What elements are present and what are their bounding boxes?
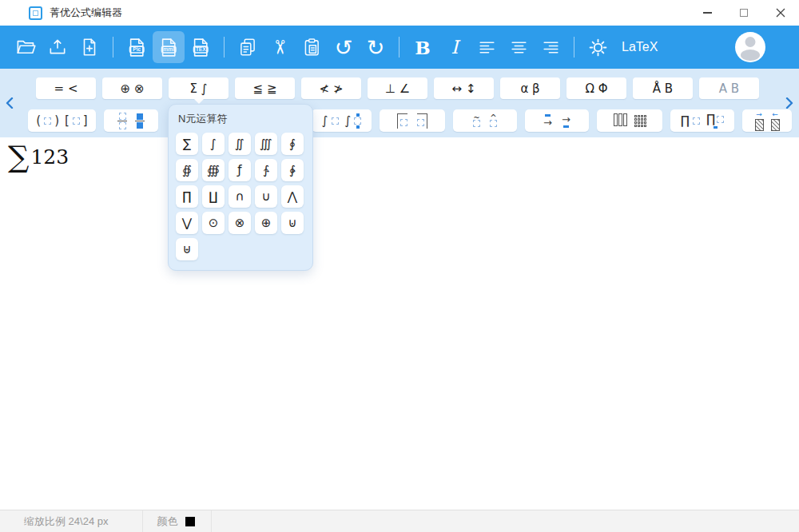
statusbar: 缩放比例 24\24 px 颜色 xyxy=(0,510,799,532)
nary-symbol-button[interactable]: ∩ xyxy=(229,185,251,208)
zoom-ratio-label: 缩放比例 24\24 px xyxy=(24,514,109,529)
gear-icon xyxy=(587,37,609,58)
latex-mode-button[interactable]: LaTeX xyxy=(622,40,658,54)
new-file-icon xyxy=(79,37,100,58)
user-avatar[interactable] xyxy=(735,32,765,62)
italic-button[interactable]: I xyxy=(439,31,471,63)
nary-symbol-button[interactable]: ⋀ xyxy=(281,185,304,208)
symbol-palette: = <⊕ ⊗Σ ∫≦ ≧≮ ≯⊥ ∠↔ ↕α βΩ ΦÅ BA B () [] … xyxy=(0,69,799,137)
svg-text:mml: mml xyxy=(163,46,174,52)
palette-category-tab[interactable]: A B xyxy=(699,77,759,99)
nary-symbol-button[interactable]: ⊙ xyxy=(202,212,225,234)
chevron-right-icon xyxy=(785,97,793,109)
palette-category-tab[interactable]: Å B xyxy=(633,77,693,99)
export-pic-button[interactable]: Pic xyxy=(121,31,153,63)
nary-symbol-button[interactable]: ∬ xyxy=(229,133,251,155)
color-label: 颜色 xyxy=(157,514,178,529)
svg-text:TEX: TEX xyxy=(195,46,206,52)
nary-symbol-button[interactable]: ∰ xyxy=(202,159,225,181)
nary-symbol-button[interactable]: ∭ xyxy=(255,133,277,155)
redo-button[interactable]: ↻ xyxy=(360,31,392,63)
palette-category-tab[interactable]: Ω Φ xyxy=(566,77,626,99)
close-button[interactable] xyxy=(762,0,799,26)
arrow-under-icon: → xyxy=(562,114,570,128)
nary-symbol-button[interactable]: ∫ xyxy=(202,133,225,155)
open-file-button[interactable] xyxy=(10,31,42,63)
window-controls xyxy=(689,0,799,26)
dashed-fraction-icon xyxy=(117,113,127,129)
nary-symbol-button[interactable]: ∮ xyxy=(281,133,304,155)
matrix-template-button[interactable] xyxy=(597,109,662,132)
align-left-icon xyxy=(477,38,497,58)
palette-category-tab[interactable]: ≦ ≧ xyxy=(235,77,295,99)
svg-text:Pic: Pic xyxy=(133,46,141,52)
nary-symbol-button[interactable]: ⋁ xyxy=(176,212,198,234)
nary-symbol-button[interactable]: ⊕ xyxy=(255,212,277,234)
space-right-icon: → xyxy=(755,111,764,131)
formula-content: ∑ 123 xyxy=(8,142,69,172)
nary-symbol-button[interactable]: ∪ xyxy=(255,185,277,208)
undo-button[interactable]: ↺ xyxy=(328,31,360,63)
palette-category-tab[interactable]: Σ ∫ xyxy=(169,77,229,99)
nary-symbol-button[interactable]: ⊗ xyxy=(229,212,251,234)
color-swatch[interactable] xyxy=(185,517,195,526)
nary-symbol-button[interactable]: ∐ xyxy=(202,185,225,208)
spacing-template-button[interactable]: → ← xyxy=(742,109,792,132)
nary-symbol-button[interactable]: ∯ xyxy=(176,159,198,181)
align-center-button[interactable] xyxy=(503,31,535,63)
product-template-button[interactable]: ∏ ∏ xyxy=(670,109,734,132)
palette-category-tab[interactable]: = < xyxy=(36,77,96,99)
maximize-icon xyxy=(740,9,748,17)
formula-operand: 123 xyxy=(30,147,69,167)
nary-symbol-button[interactable]: ∳ xyxy=(281,159,304,181)
minimize-button[interactable] xyxy=(689,0,725,26)
nary-symbol-button[interactable]: ⊍ xyxy=(281,212,304,234)
align-left-button[interactable] xyxy=(471,31,503,63)
labeled-arrow-template-button[interactable]: → → xyxy=(525,109,589,132)
avatar-body xyxy=(741,50,760,61)
export-mml-button[interactable]: mml xyxy=(153,31,185,63)
avatar-head xyxy=(745,37,756,47)
palette-category-tab[interactable]: ≮ ≯ xyxy=(301,77,361,99)
paste-button[interactable] xyxy=(296,31,328,63)
copy-icon xyxy=(237,37,258,58)
new-formula-button[interactable] xyxy=(74,31,105,63)
palette-category-tab[interactable]: ⊕ ⊗ xyxy=(102,77,162,99)
arrow-over-icon: → xyxy=(543,114,552,128)
nary-operators-panel: N元运算符 ∑∫∬∭∮∯∰ƒ∱∳∏∐∩∪⋀⋁⊙⊗⊕⊍⊎ xyxy=(168,104,313,271)
nary-symbol-button[interactable]: ∱ xyxy=(255,159,277,181)
palette-category-tab[interactable]: ⊥ ∠ xyxy=(368,77,427,99)
editor-canvas[interactable]: ∑ 123 xyxy=(0,137,799,510)
nary-symbol-button[interactable]: ⊎ xyxy=(176,238,198,260)
status-divider xyxy=(211,510,212,532)
upload-icon xyxy=(47,37,68,58)
chevron-left-icon xyxy=(6,97,14,109)
palette-category-tab[interactable]: ↔ ↕ xyxy=(434,77,494,99)
bold-button[interactable]: B xyxy=(407,31,439,63)
radical-template-button[interactable] xyxy=(380,109,445,132)
nary-symbol-button[interactable]: ∑ xyxy=(176,133,198,155)
brackets-template-button[interactable]: () [] xyxy=(28,109,96,132)
fraction-template-button[interactable] xyxy=(104,109,158,132)
settings-button[interactable] xyxy=(582,31,614,63)
nary-symbol-grid: ∑∫∬∭∮∯∰ƒ∱∳∏∐∩∪⋀⋁⊙⊗⊕⊍⊎ xyxy=(176,133,305,260)
nary-symbol-button[interactable]: ƒ xyxy=(229,159,251,181)
copy-button[interactable] xyxy=(232,31,264,63)
palette-category-tab[interactable]: α β xyxy=(500,77,560,99)
integral-template-button[interactable]: ∫ ∫ xyxy=(312,109,372,132)
folder-open-icon xyxy=(15,37,37,58)
export-tex-button[interactable]: TEX xyxy=(185,31,217,63)
cut-button[interactable]: ✂ xyxy=(264,31,296,63)
panel-title: N元运算符 xyxy=(178,112,305,126)
accent-template-button[interactable]: ~ ^ xyxy=(453,109,517,132)
toolbar-divider xyxy=(113,37,113,58)
export-button[interactable] xyxy=(42,31,74,63)
toolbar-divider xyxy=(224,37,225,58)
product-limit-icon: ∏ xyxy=(706,113,724,129)
space-left-icon: ← xyxy=(771,111,780,131)
sigma-operator: ∑ xyxy=(8,142,29,172)
nary-symbol-button[interactable]: ∏ xyxy=(176,185,198,208)
align-right-button[interactable] xyxy=(535,31,566,63)
maximize-button[interactable] xyxy=(725,0,762,26)
root-left-icon xyxy=(397,113,407,129)
